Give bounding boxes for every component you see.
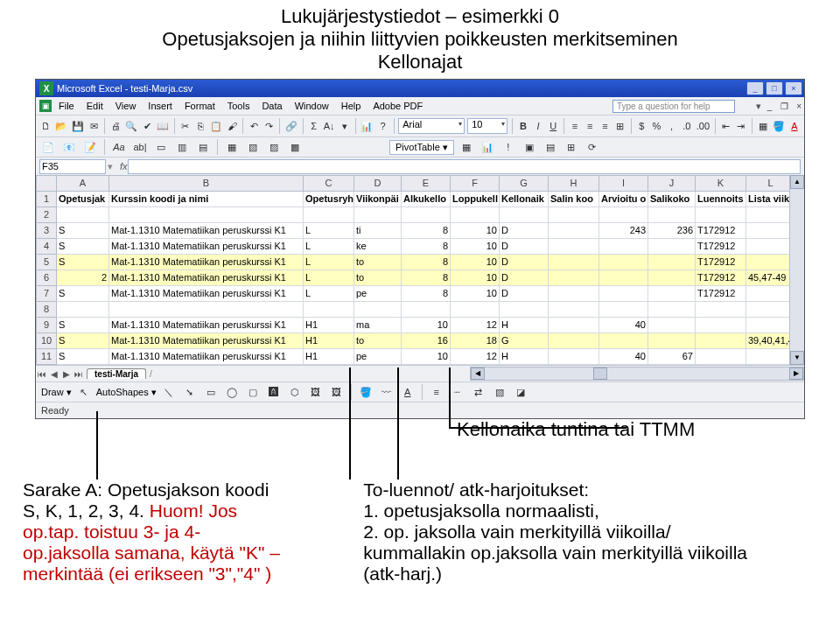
- copy-icon[interactable]: ⎘: [194, 117, 206, 135]
- row-header[interactable]: 7: [36, 286, 57, 302]
- col-L[interactable]: L: [746, 175, 789, 192]
- textbox-icon[interactable]: ▢: [244, 383, 262, 401]
- tool-6[interactable]: ▨: [265, 138, 283, 156]
- format-painter-icon[interactable]: 🖌: [226, 117, 238, 135]
- cell[interactable]: [599, 239, 648, 255]
- draw-menu[interactable]: Draw ▾: [41, 387, 72, 398]
- chart-icon[interactable]: 📊: [360, 117, 374, 135]
- italic-icon[interactable]: I: [532, 117, 544, 135]
- pivot-icon-2[interactable]: 📊: [479, 138, 496, 156]
- menu-insert[interactable]: Insert: [143, 99, 178, 113]
- cell[interactable]: Mat-1.1310 Matematiikan peruskurssi K1: [109, 270, 304, 286]
- cell[interactable]: [746, 239, 789, 255]
- preview-icon[interactable]: 🔍: [124, 117, 138, 135]
- redo-icon[interactable]: ↷: [262, 117, 275, 135]
- menu-tools[interactable]: Tools: [222, 99, 256, 113]
- cell[interactable]: 18: [451, 333, 500, 349]
- cell[interactable]: [746, 349, 789, 365]
- cell[interactable]: S: [57, 223, 109, 239]
- scroll-down-icon[interactable]: ▼: [790, 351, 804, 365]
- cell[interactable]: 40: [599, 349, 648, 365]
- cell[interactable]: 12: [451, 318, 500, 333]
- restore-button[interactable]: □: [766, 81, 783, 95]
- cell[interactable]: [549, 270, 599, 286]
- cell[interactable]: [696, 207, 746, 223]
- cell[interactable]: [451, 207, 500, 223]
- cell[interactable]: H: [500, 318, 549, 333]
- cell[interactable]: L: [304, 286, 354, 302]
- 3d-icon[interactable]: ◪: [512, 383, 529, 401]
- control-menu-icon[interactable]: ▣: [39, 100, 52, 112]
- save-icon[interactable]: 💾: [71, 117, 85, 135]
- col-J[interactable]: J: [648, 175, 696, 192]
- cell[interactable]: 8: [402, 270, 451, 286]
- help-icon[interactable]: ?: [376, 117, 388, 135]
- cut-icon[interactable]: ✂: [179, 117, 192, 135]
- tool-5[interactable]: ▧: [244, 138, 262, 156]
- col-F[interactable]: F: [451, 175, 500, 192]
- cell[interactable]: Mat-1.1310 Matematiikan peruskurssi K1: [109, 255, 304, 270]
- cell[interactable]: Opetusjak: [57, 192, 109, 207]
- rect-icon[interactable]: ▭: [202, 383, 220, 401]
- font-color2-icon[interactable]: A: [399, 383, 416, 401]
- cell[interactable]: 8: [402, 239, 451, 255]
- cell[interactable]: D: [500, 255, 549, 270]
- menu-file[interactable]: File: [53, 99, 80, 113]
- new-icon[interactable]: 🗋: [39, 117, 52, 135]
- cell[interactable]: [599, 333, 648, 349]
- cell[interactable]: to: [354, 255, 402, 270]
- picture-icon[interactable]: 🖼: [328, 383, 346, 401]
- borders-icon[interactable]: ▦: [757, 117, 769, 135]
- cell[interactable]: [549, 255, 599, 270]
- line-color-icon[interactable]: 〰: [378, 383, 396, 401]
- fill-color-icon[interactable]: 🪣: [772, 117, 786, 135]
- spell-icon[interactable]: ✔: [141, 117, 153, 135]
- cell[interactable]: 8: [402, 223, 451, 239]
- cell[interactable]: [746, 286, 789, 302]
- col-K[interactable]: K: [696, 175, 746, 192]
- cell[interactable]: Salikoko: [648, 192, 696, 207]
- cell[interactable]: [648, 333, 696, 349]
- col-H[interactable]: H: [549, 175, 599, 192]
- cell[interactable]: [549, 207, 599, 223]
- row-header[interactable]: 8: [36, 302, 57, 318]
- pivot-icon-4[interactable]: ▣: [521, 138, 538, 156]
- research-icon[interactable]: 📖: [156, 117, 170, 135]
- pivot-icon-3[interactable]: !: [500, 138, 517, 156]
- cell[interactable]: [696, 318, 746, 333]
- cell[interactable]: H1: [304, 318, 354, 333]
- cell[interactable]: Opetusryh: [304, 192, 354, 207]
- shadow-icon[interactable]: ▧: [491, 383, 508, 401]
- cell[interactable]: [549, 349, 599, 365]
- fx-icon[interactable]: fx: [120, 161, 128, 172]
- print-icon[interactable]: 🖨: [109, 117, 122, 135]
- cell[interactable]: 8: [402, 255, 451, 270]
- cell[interactable]: [648, 286, 696, 302]
- sort-asc-icon[interactable]: A↓: [323, 117, 336, 135]
- currency-icon[interactable]: $: [635, 117, 648, 135]
- col-E[interactable]: E: [402, 175, 451, 192]
- cell[interactable]: Alkukello: [402, 192, 451, 207]
- vertical-scrollbar[interactable]: ▲ ▼: [789, 175, 804, 365]
- sort-desc-icon[interactable]: ▾: [339, 117, 351, 135]
- cell[interactable]: [549, 286, 599, 302]
- tool-4[interactable]: ▦: [223, 138, 241, 156]
- cell[interactable]: Mat-1.1310 Matematiikan peruskurssi K1: [109, 223, 304, 239]
- cell[interactable]: Mat-1.1310 Matematiikan peruskurssi K1: [109, 318, 304, 333]
- cell[interactable]: ma: [354, 318, 402, 333]
- cell[interactable]: [304, 207, 354, 223]
- arrow-icon[interactable]: ➘: [181, 383, 199, 401]
- cell[interactable]: [696, 349, 746, 365]
- cell[interactable]: Kellonaik: [500, 192, 549, 207]
- font-color-icon[interactable]: A: [788, 117, 801, 135]
- scroll-up-icon[interactable]: ▲: [790, 175, 804, 189]
- autosum-icon[interactable]: Σ: [308, 117, 320, 135]
- font-size-select[interactable]: 10: [467, 118, 508, 134]
- open-icon[interactable]: 📂: [54, 117, 68, 135]
- cell[interactable]: [696, 302, 746, 318]
- cell[interactable]: S: [57, 318, 109, 333]
- cell[interactable]: [746, 207, 789, 223]
- cell[interactable]: [57, 302, 109, 318]
- cell[interactable]: 16: [402, 333, 451, 349]
- sheet-tab[interactable]: testi-Marja: [87, 368, 146, 379]
